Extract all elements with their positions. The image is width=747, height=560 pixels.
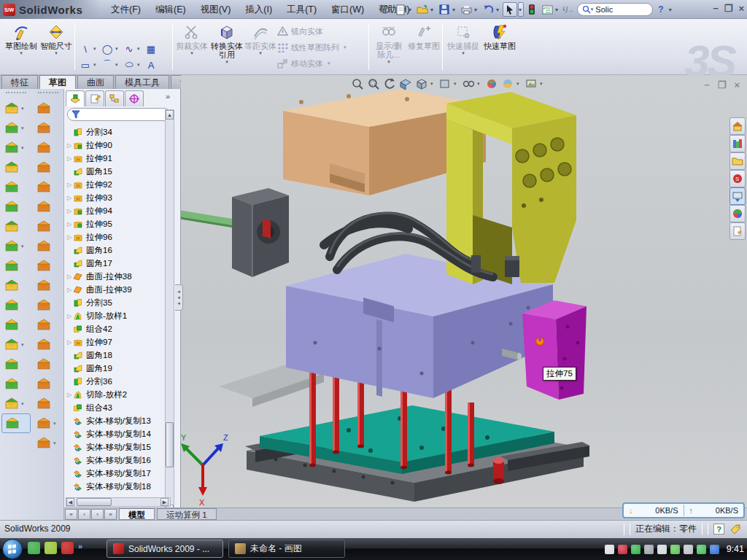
tab-曲面[interactable]: 曲面 bbox=[77, 75, 114, 89]
reference-point-button[interactable]: ▾ bbox=[1, 335, 31, 354]
reference-plane-button[interactable] bbox=[1, 354, 31, 374]
expand-arrow[interactable]: ▷ bbox=[66, 221, 73, 228]
save-icon[interactable] bbox=[437, 2, 452, 17]
swept-boss-button[interactable] bbox=[1, 158, 31, 177]
last-tab-button[interactable]: » bbox=[104, 509, 117, 520]
minimize-button[interactable]: − bbox=[713, 2, 719, 15]
expand-arrow[interactable]: ▷ bbox=[66, 339, 73, 346]
taskbar-button-solidworks[interactable]: SolidWorks 2009 - ... bbox=[107, 540, 223, 558]
tree-filter-input[interactable] bbox=[67, 108, 171, 121]
swept-surface-button[interactable] bbox=[34, 98, 63, 118]
tree-item[interactable]: ▷切除-放样2 bbox=[66, 388, 171, 401]
defender-tray-icon[interactable] bbox=[697, 545, 706, 554]
move-face-button[interactable] bbox=[34, 354, 63, 374]
expand-arrow[interactable]: ▷ bbox=[66, 208, 73, 214]
tree-item[interactable]: ▷拉伸92 bbox=[66, 178, 171, 191]
expand-arrow[interactable]: ▷ bbox=[66, 313, 73, 319]
options-list-icon[interactable] bbox=[540, 2, 554, 17]
close-button[interactable]: × bbox=[738, 2, 744, 15]
repair-sketch-button[interactable]: 修复草图 bbox=[407, 21, 441, 72]
select-region-icon[interactable]: ▦ bbox=[143, 42, 159, 56]
revolved-boss-button[interactable]: ▾ bbox=[1, 118, 31, 138]
lofted-surface-button[interactable] bbox=[34, 138, 63, 158]
arc-dropdown[interactable]: ▾ bbox=[115, 62, 121, 68]
scroll-right-button[interactable]: ▶ bbox=[160, 498, 169, 506]
offset-entities-button[interactable]: 等距实体▾ bbox=[244, 21, 277, 72]
tree-item[interactable]: ▷曲面-拉伸39 bbox=[66, 283, 171, 296]
tab-草图[interactable]: 草图 bbox=[39, 75, 76, 89]
linear-sketch-pattern-button[interactable]: 线性草图阵列▾ bbox=[277, 39, 347, 55]
tree-item[interactable]: 实体-移动/复制16 bbox=[66, 454, 171, 467]
point-ref-button[interactable]: ▾ bbox=[34, 413, 63, 433]
open-dropdown[interactable]: ▾ bbox=[430, 7, 436, 13]
reference-axis-button[interactable] bbox=[1, 374, 31, 394]
undo-icon[interactable] bbox=[481, 2, 495, 17]
spline-ref-button[interactable]: ▾ bbox=[34, 433, 63, 453]
offset-surface-button[interactable] bbox=[34, 197, 63, 217]
tree-item[interactable]: ▷曲面-拉伸38 bbox=[66, 270, 171, 283]
hide-show-items-dropdown[interactable]: ▾ bbox=[477, 81, 482, 87]
smart-dimension-button[interactable]: 智能尺寸▾ bbox=[39, 21, 73, 72]
help-icon[interactable]: ? bbox=[654, 2, 668, 17]
cylinder-ref-button[interactable] bbox=[34, 394, 63, 413]
quick-snaps-button[interactable]: 快速捕捉▾ bbox=[446, 21, 480, 72]
doc-minimize-button[interactable]: − bbox=[704, 79, 710, 90]
sync-blocked-tray-icon[interactable] bbox=[710, 545, 719, 554]
tab-featuremanager[interactable] bbox=[66, 90, 85, 106]
menu-2[interactable]: 视图(V) bbox=[193, 0, 239, 19]
tree-item[interactable]: 实体-移动/复制14 bbox=[66, 427, 171, 440]
pin-icon[interactable] bbox=[378, 2, 392, 17]
help-dropdown[interactable]: ▾ bbox=[669, 7, 675, 13]
boundary-surface-button[interactable] bbox=[34, 158, 63, 177]
zoom-to-area-icon[interactable] bbox=[366, 77, 380, 90]
expand-arrow[interactable]: ▷ bbox=[66, 155, 73, 162]
expand-arrow[interactable]: ▷ bbox=[66, 195, 73, 201]
move-copy-body-button[interactable] bbox=[1, 315, 31, 335]
restore-button[interactable]: ❐ bbox=[724, 2, 733, 15]
overflow-chevron-icon[interactable]: » bbox=[78, 542, 87, 554]
knit-surface-button[interactable] bbox=[34, 177, 63, 197]
tree-item[interactable]: 组合42 bbox=[66, 322, 171, 335]
planar-surface-button[interactable] bbox=[34, 217, 63, 236]
previous-view-icon[interactable] bbox=[382, 77, 396, 90]
line-icon[interactable]: \ bbox=[77, 42, 93, 56]
tab-propertymanager[interactable] bbox=[85, 90, 104, 106]
line-dropdown[interactable]: ▾ bbox=[93, 46, 99, 52]
updates-tray-icon[interactable] bbox=[644, 545, 654, 554]
undo-dropdown[interactable]: ▾ bbox=[496, 7, 502, 13]
media-player-icon[interactable] bbox=[44, 542, 57, 554]
rectangle-dropdown[interactable]: ▾ bbox=[93, 62, 99, 68]
ellipse-dropdown[interactable]: ▾ bbox=[137, 62, 143, 68]
view-settings-dropdown[interactable]: ▾ bbox=[540, 81, 545, 87]
prev-tab-button[interactable]: ‹ bbox=[78, 509, 90, 520]
messenger-icon[interactable] bbox=[28, 542, 40, 554]
instant3d-button[interactable] bbox=[1, 413, 31, 433]
doc-close-button[interactable]: × bbox=[734, 79, 740, 90]
trim-surface-button[interactable] bbox=[34, 335, 63, 354]
apply-scene-dropdown[interactable]: ▾ bbox=[516, 81, 522, 87]
security-center-tray-icon[interactable] bbox=[631, 545, 640, 554]
rapid-sketch-button[interactable]: 快速草图 bbox=[483, 21, 516, 72]
tab-dimxpertmanager[interactable] bbox=[125, 90, 144, 106]
solidworks-launcher-icon[interactable] bbox=[61, 542, 74, 554]
linear-pattern-button[interactable]: ▾ bbox=[1, 236, 31, 256]
move-entities-button[interactable]: 移动实体▾ bbox=[277, 55, 347, 71]
tab-特征[interactable]: 特征 bbox=[1, 75, 38, 89]
view-orientation-dropdown[interactable]: ▾ bbox=[430, 81, 436, 87]
tree-horizontal-scrollbar[interactable]: ◀ ▶ bbox=[66, 497, 171, 507]
thicken-button[interactable] bbox=[34, 256, 63, 276]
spline-icon[interactable]: ∿ bbox=[121, 42, 137, 56]
tree-item[interactable]: 圆角15 bbox=[66, 165, 171, 178]
ellipse-icon[interactable]: ⬭ bbox=[121, 58, 137, 72]
tree-item[interactable]: ▷拉伸96 bbox=[66, 230, 171, 244]
panel-overflow-chevron[interactable]: » bbox=[166, 92, 170, 101]
options-dropdown[interactable]: ▾ bbox=[555, 7, 561, 13]
scroll-left-button[interactable]: ◀ bbox=[66, 498, 74, 506]
tree-item[interactable]: ▷拉伸91 bbox=[66, 152, 171, 165]
tree-item[interactable]: 圆角16 bbox=[66, 244, 171, 257]
tree-item[interactable]: 实体-移动/复制15 bbox=[66, 440, 171, 454]
tree-vertical-scrollbar[interactable]: ▲ ▼ bbox=[165, 109, 174, 515]
save-dropdown[interactable]: ▾ bbox=[452, 7, 458, 13]
start-button[interactable] bbox=[2, 539, 23, 559]
model-tab[interactable]: 模型 bbox=[119, 508, 155, 520]
